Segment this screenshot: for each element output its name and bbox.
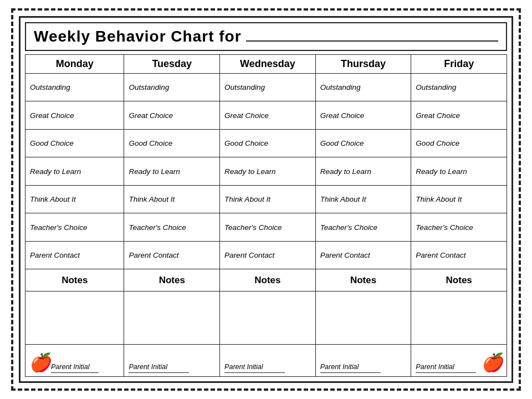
notes-label-row: Notes Notes Notes Notes Notes	[25, 269, 507, 291]
col-header-tuesday: Tuesday	[124, 55, 220, 74]
col-header-thursday: Thursday	[315, 55, 411, 74]
cell: Teacher's Choice	[411, 213, 507, 241]
notes-space-row	[25, 291, 507, 345]
cell: Ready to Learn	[25, 157, 124, 185]
cell: Ready to Learn	[124, 157, 220, 185]
parent-initial-label: Parent Initial	[129, 363, 215, 371]
parent-initial-cell: Parent Initial	[124, 345, 220, 377]
cell: Think About It	[411, 185, 507, 213]
parent-initial-line	[224, 372, 285, 373]
table-row: Good Choice Good Choice Good Choice Good…	[25, 129, 507, 157]
apple-icon-right: 🍎	[481, 352, 503, 373]
table-row: Ready to Learn Ready to Learn Ready to L…	[25, 157, 507, 185]
parent-initial-label: Parent Initial	[320, 363, 407, 371]
inner-container: Weekly Behavior Chart for Monday Tuesday…	[19, 16, 513, 383]
cell: Great Choice	[411, 101, 507, 129]
cell: Think About It	[220, 185, 316, 213]
cell: Outstanding	[25, 74, 124, 101]
parent-initial-line	[129, 372, 189, 373]
cell: Ready to Learn	[411, 157, 507, 185]
notes-space	[25, 291, 124, 345]
cell: Great Choice	[220, 101, 316, 129]
notes-label: Notes	[315, 269, 411, 291]
cell: Think About It	[25, 185, 124, 213]
parent-initial-line	[51, 372, 99, 373]
cell: Great Choice	[25, 101, 124, 129]
cell: Outstanding	[220, 74, 316, 101]
cell: Outstanding	[411, 74, 507, 101]
parent-initial-cell: Parent Initial	[315, 345, 411, 377]
table-row: Teacher's Choice Teacher's Choice Teache…	[25, 213, 507, 241]
notes-label: Notes	[411, 269, 507, 291]
page-title: Weekly Behavior Chart for	[34, 28, 242, 45]
notes-label: Notes	[25, 269, 124, 291]
behavior-chart-table: Monday Tuesday Wednesday Thursday Friday…	[25, 54, 507, 377]
parent-initial-cell: 🍎 Parent Initial	[25, 345, 124, 377]
parent-initial-line	[320, 372, 381, 373]
cell: Teacher's Choice	[220, 213, 316, 241]
cell: Good Choice	[25, 129, 124, 157]
outer-border: Weekly Behavior Chart for Monday Tuesday…	[11, 8, 521, 391]
cell: Think About It	[124, 185, 220, 213]
title-underline	[246, 36, 498, 42]
parent-initial-row: 🍎 Parent Initial Parent Initial Parent I…	[25, 345, 507, 377]
cell: Parent Contact	[411, 241, 507, 269]
table-row: Think About It Think About It Think Abou…	[25, 185, 507, 213]
table-row: Outstanding Outstanding Outstanding Outs…	[25, 74, 507, 101]
notes-space	[411, 291, 507, 345]
parent-initial-label: Parent Initial	[51, 363, 119, 371]
cell: Parent Contact	[220, 241, 316, 269]
notes-space	[124, 291, 220, 345]
cell: Parent Contact	[25, 241, 124, 269]
table-row: Parent Contact Parent Contact Parent Con…	[25, 241, 507, 269]
col-header-monday: Monday	[25, 55, 124, 74]
cell: Outstanding	[124, 74, 220, 101]
title-section: Weekly Behavior Chart for	[25, 22, 507, 51]
col-header-wednesday: Wednesday	[220, 55, 316, 74]
cell: Teacher's Choice	[124, 213, 220, 241]
cell: Ready to Learn	[315, 157, 411, 185]
cell: Teacher's Choice	[25, 213, 124, 241]
cell: Think About It	[315, 185, 411, 213]
cell: Good Choice	[124, 129, 220, 157]
cell: Parent Contact	[315, 241, 411, 269]
cell: Good Choice	[315, 129, 411, 157]
apple-icon-left: 🍎	[29, 352, 51, 373]
cell: Great Choice	[315, 101, 411, 129]
parent-initial-cell: Parent Initial	[220, 345, 316, 377]
cell: Good Choice	[220, 129, 316, 157]
notes-space	[315, 291, 411, 345]
parent-initial-line	[416, 372, 476, 373]
cell: Ready to Learn	[220, 157, 316, 185]
header-row: Monday Tuesday Wednesday Thursday Friday	[25, 55, 507, 74]
cell: Parent Contact	[124, 241, 220, 269]
parent-initial-cell: Parent Initial 🍎	[411, 345, 507, 377]
notes-space	[220, 291, 316, 345]
cell: Outstanding	[315, 74, 411, 101]
cell: Great Choice	[124, 101, 220, 129]
cell: Good Choice	[411, 129, 507, 157]
cell: Teacher's Choice	[315, 213, 411, 241]
notes-label: Notes	[220, 269, 316, 291]
table-row: Great Choice Great Choice Great Choice G…	[25, 101, 507, 129]
parent-initial-label: Parent Initial	[224, 363, 311, 371]
notes-label: Notes	[124, 269, 220, 291]
col-header-friday: Friday	[411, 55, 507, 74]
